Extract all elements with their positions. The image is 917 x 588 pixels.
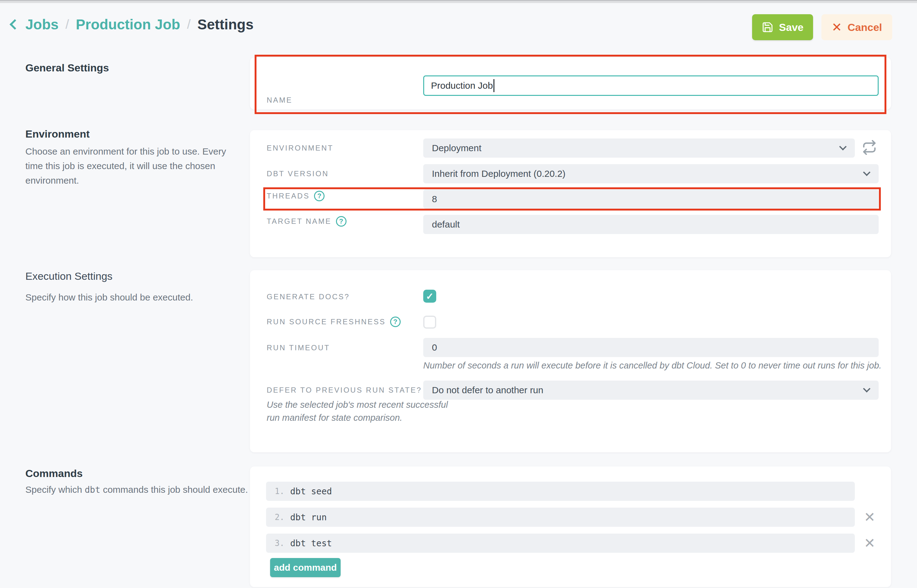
command-row[interactable]: 2. dbt run	[266, 507, 855, 527]
breadcrumb-jobs[interactable]: Jobs	[25, 16, 58, 33]
help-icon[interactable]: ?	[314, 191, 324, 201]
threads-value: 8	[432, 194, 437, 204]
name-input-value: Production Job	[431, 81, 493, 91]
cancel-x-icon: ✕	[832, 20, 842, 34]
target-name-label-text: TARGET NAME	[267, 217, 332, 226]
chevron-down-icon	[839, 143, 846, 150]
command-text: dbt run	[290, 512, 327, 522]
run-source-freshness-label: RUN SOURCE FRESHNESS ?	[267, 317, 401, 327]
generate-docs-checkbox[interactable]: ✓	[423, 290, 436, 303]
help-icon[interactable]: ?	[336, 216, 347, 226]
general-settings-heading: General Settings	[25, 62, 109, 74]
refresh-environments-icon[interactable]	[862, 140, 877, 156]
dbt-version-select-value: Inherit from Deployment (0.20.2)	[432, 168, 565, 179]
remove-command-icon[interactable]: ✕	[861, 535, 878, 552]
run-timeout-value: 0	[432, 342, 437, 353]
name-label: NAME	[267, 96, 292, 105]
threads-input[interactable]: 8	[423, 189, 879, 209]
command-number: 3.	[266, 538, 290, 548]
run-source-freshness-label-text: RUN SOURCE FRESHNESS	[267, 318, 386, 326]
add-command-button[interactable]: add command	[270, 558, 340, 577]
execution-settings-card: GENERATE DOCS? ✓ RUN SOURCE FRESHNESS ? …	[250, 270, 891, 452]
environment-select-value: Deployment	[432, 143, 481, 153]
general-settings-card: NAME Production Job	[250, 58, 891, 110]
window-top-strip	[0, 0, 917, 3]
help-icon[interactable]: ?	[390, 317, 401, 327]
breadcrumb: Jobs / Production Job / Settings	[9, 16, 254, 33]
commands-description-prefix: Specify which	[25, 485, 85, 494]
commands-heading: Commands	[25, 467, 83, 480]
run-timeout-label: RUN TIMEOUT	[267, 344, 330, 352]
breadcrumb-separator: /	[187, 17, 191, 32]
breadcrumb-separator: /	[65, 17, 69, 32]
threads-label-text: THREADS	[267, 192, 310, 200]
breadcrumb-production-job[interactable]: Production Job	[76, 16, 180, 33]
chevron-down-icon	[863, 385, 870, 392]
environment-description: Choose an environment for this job to us…	[25, 144, 239, 187]
commands-description-suffix: commands this job should execute.	[100, 485, 248, 494]
environment-label: ENVIRONMENT	[267, 144, 334, 152]
target-name-value: default	[432, 219, 460, 230]
text-caret	[493, 79, 494, 92]
cancel-button-label: Cancel	[848, 21, 882, 33]
defer-note: Use the selected job's most recent succe…	[267, 398, 449, 424]
environment-heading: Environment	[25, 128, 90, 140]
breadcrumb-settings: Settings	[198, 16, 253, 33]
command-number: 2.	[266, 512, 290, 522]
defer-select[interactable]: Do not defer to another run	[423, 381, 879, 400]
defer-select-value: Do not defer to another run	[432, 385, 543, 396]
name-input[interactable]: Production Job	[423, 76, 879, 96]
execution-settings-description: Specify how this job should be executed.	[25, 290, 242, 305]
execution-settings-heading: Execution Settings	[25, 270, 113, 282]
remove-command-icon[interactable]: ✕	[861, 509, 878, 526]
threads-label: THREADS ?	[267, 191, 324, 201]
commands-description: Specify which dbt commands this job shou…	[25, 482, 258, 497]
save-button-label: Save	[779, 21, 804, 33]
back-chevron-icon[interactable]	[10, 19, 20, 30]
job-settings-page: Jobs / Production Job / Settings Save ✕ …	[0, 0, 917, 588]
command-text: dbt test	[290, 538, 332, 548]
command-number: 1.	[266, 486, 290, 496]
chevron-down-icon	[863, 168, 870, 176]
commands-description-code: dbt	[85, 485, 100, 495]
cancel-button[interactable]: ✕ Cancel	[821, 14, 892, 40]
save-button[interactable]: Save	[752, 14, 813, 40]
environment-select[interactable]: Deployment	[423, 139, 855, 158]
run-timeout-input[interactable]: 0	[423, 338, 879, 357]
target-name-label: TARGET NAME ?	[267, 216, 347, 226]
run-source-freshness-checkbox[interactable]	[423, 316, 436, 329]
target-name-input[interactable]: default	[423, 215, 879, 234]
dbt-version-select[interactable]: Inherit from Deployment (0.20.2)	[423, 164, 879, 183]
header-actions: Save ✕ Cancel	[752, 14, 892, 40]
run-timeout-help-text: Number of seconds a run will execute bef…	[423, 360, 881, 371]
command-row[interactable]: 3. dbt test	[266, 533, 855, 553]
dbt-version-label: DBT VERSION	[267, 170, 329, 178]
commands-card: 1. dbt seed 2. dbt run ✕ 3. dbt test ✕ a…	[250, 467, 891, 587]
generate-docs-label: GENERATE DOCS?	[267, 292, 350, 301]
command-text: dbt seed	[290, 486, 332, 496]
environment-card: ENVIRONMENT Deployment DBT VERSION Inher…	[250, 130, 891, 257]
save-floppy-icon	[762, 21, 773, 33]
defer-label: DEFER TO PREVIOUS RUN STATE?	[267, 386, 422, 394]
check-icon: ✓	[426, 291, 433, 302]
command-row[interactable]: 1. dbt seed	[266, 481, 855, 501]
